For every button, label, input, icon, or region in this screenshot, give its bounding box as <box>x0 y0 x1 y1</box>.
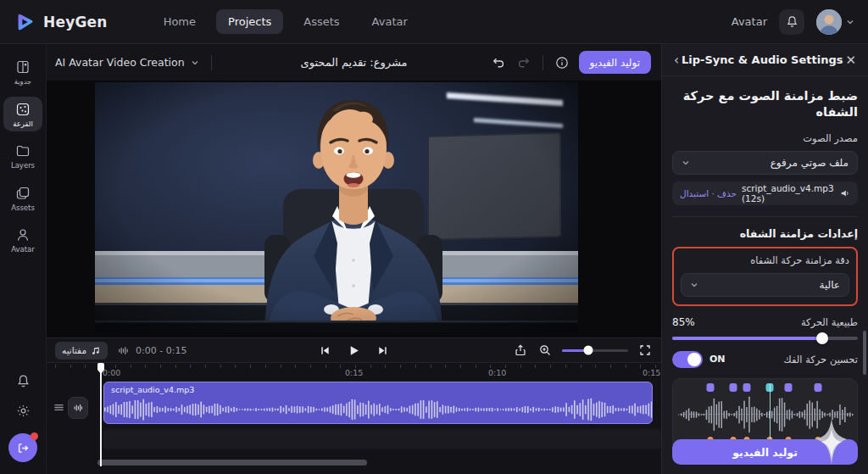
nav-item-assets[interactable]: Assets <box>292 9 351 34</box>
track-menu-icon[interactable] <box>53 402 64 413</box>
audio-source-select[interactable]: ملف صوتي مرفوع <box>672 151 858 175</box>
sidebar-item-label: جدوية <box>14 78 32 86</box>
mode-selector-dropdown[interactable]: AI Avatar Video Creation <box>55 56 199 69</box>
phoneme-marker[interactable] <box>815 383 822 392</box>
sidebar-item-canvas[interactable]: القرعة <box>3 97 42 132</box>
sidebar-item-avatar[interactable]: Avatar <box>3 222 42 258</box>
editor-toolbar: AI Avatar Video Creation مشروع: تقديم ال… <box>47 44 661 81</box>
brand-name: HeyGen <box>43 14 108 31</box>
chevron-down-icon <box>682 159 690 167</box>
audio-source-value: ملف صوتي مرفوع <box>771 157 849 169</box>
audio-track-type-button[interactable] <box>68 397 88 419</box>
back-chevron-icon[interactable]: ‹ <box>672 53 681 68</box>
left-sidebar: جدوية القرعة Layers <box>0 44 47 474</box>
skip-end-button[interactable] <box>376 343 390 358</box>
jaw-label: تحسين حركة الفك <box>783 354 858 365</box>
info-button[interactable] <box>554 54 570 71</box>
zoom-slider-thumb[interactable] <box>584 346 593 355</box>
generate-video-button[interactable]: توليد الفيديو <box>672 439 858 465</box>
skip-start-button[interactable] <box>318 343 332 358</box>
close-icon[interactable]: ✕ <box>843 53 858 68</box>
folder-icon <box>15 143 31 159</box>
export-button[interactable] <box>8 433 37 462</box>
file-actions-links[interactable]: حذف · استبدال <box>680 188 737 198</box>
ruler-time-label: 0:10 <box>488 368 506 377</box>
notifications-button[interactable] <box>779 9 804 35</box>
naturalness-label: طبيعية الحركة <box>801 316 858 328</box>
sidebar-item-schedule[interactable]: جدوية <box>3 54 42 90</box>
ruler-time-label: 0:15 <box>643 368 660 377</box>
zoom-slider[interactable] <box>562 349 628 352</box>
timeline-ruler[interactable]: 0:000:150:100:15 <box>47 363 661 380</box>
clip-name-label: script_audio_v4.mp3 <box>111 385 194 394</box>
sidebar-item-assets[interactable]: Assets <box>3 181 42 216</box>
sidebar-item-layers[interactable]: Layers <box>3 138 42 174</box>
panel-header: ‹ Lip-Sync & Audio Settings ✕ <box>662 44 868 76</box>
heygen-logo[interactable]: HeyGen <box>14 11 108 33</box>
profile-menu[interactable] <box>816 9 854 35</box>
phoneme-marker[interactable] <box>784 383 792 392</box>
bell-icon[interactable] <box>16 374 31 388</box>
gear-icon[interactable] <box>16 404 31 418</box>
panel-title: Lip-Sync & Audio Settings <box>681 53 843 66</box>
chevron-down-icon <box>690 281 698 289</box>
player-controls: مفتانيه 0:00 - 0:15 <box>47 337 661 363</box>
redo-button[interactable] <box>515 54 532 71</box>
phoneme-marker[interactable] <box>743 383 750 392</box>
naturalness-value: 85% <box>672 316 695 328</box>
notification-dot <box>31 432 38 440</box>
phoneme-marker[interactable] <box>729 383 737 392</box>
panel-scrollbar[interactable] <box>863 331 866 375</box>
naturalness-slider[interactable] <box>672 337 858 340</box>
sidebar-item-label: القرعة <box>13 120 33 128</box>
chevron-down-icon <box>191 59 199 67</box>
slider-thumb[interactable] <box>816 332 828 344</box>
generate-video-button[interactable]: توليد الفيديو <box>579 51 651 74</box>
audio-source-label: مصدر الصوت <box>672 132 858 144</box>
main-area: AI Avatar Video Creation مشروع: تقديم ال… <box>47 44 661 474</box>
avatar <box>816 9 842 35</box>
export-icon <box>17 442 30 454</box>
stacked-squares-icon <box>15 186 31 201</box>
avatar-menu-label[interactable]: Avatar <box>732 15 767 28</box>
audio-file-row: script_audio_v4.mp3 (12s) حذف · استبدال <box>672 181 858 205</box>
nav-item-home[interactable]: Home <box>152 9 208 34</box>
lipsync-settings-panel: ‹ Lip-Sync & Audio Settings ✕ ضبط مزامنة… <box>661 44 868 474</box>
sidebar-item-label: Avatar <box>11 246 35 254</box>
bell-icon <box>786 15 798 28</box>
sync-settings-heading: إعدادات مزامنة الشفاه <box>672 227 858 240</box>
panel-heading: ضبط مزامنة الصوت مع حركة الشفاه <box>672 88 858 120</box>
mode-selector-label: AI Avatar Video Creation <box>55 56 185 69</box>
video-canvas[interactable] <box>47 81 661 337</box>
sidebar-item-label: Layers <box>11 162 35 170</box>
accuracy-label: دقة مزامنة حركة الشفاه <box>681 254 849 266</box>
heygen-logo-icon <box>14 11 36 33</box>
horizontal-scrollbar[interactable] <box>97 460 367 466</box>
main-nav: Home Projects Assets Avatar <box>152 9 420 34</box>
phoneme-marker[interactable] <box>707 383 715 392</box>
accuracy-select[interactable]: عالية <box>681 273 849 297</box>
chevron-down-icon <box>846 18 854 26</box>
empty-track[interactable] <box>103 429 661 449</box>
share-button[interactable] <box>513 343 528 358</box>
undo-button[interactable] <box>490 54 507 71</box>
heygen-app: HeyGen Home Projects Assets Avatar Avata… <box>0 0 868 474</box>
naturalness-row: طبيعية الحركة 85% <box>672 316 858 328</box>
nav-item-avatar[interactable]: Avatar <box>360 9 420 34</box>
accuracy-highlight-box: دقة مزامنة حركة الشفاه عالية <box>672 247 858 306</box>
fullscreen-button[interactable] <box>637 343 653 358</box>
zoom-in-icon[interactable] <box>537 343 553 358</box>
playhead[interactable] <box>100 363 102 466</box>
panel-body: ضبط مزامنة الصوت مع حركة الشفاه مصدر الص… <box>662 76 868 449</box>
layout-panel-icon <box>15 59 31 75</box>
audio-clip[interactable]: script_audio_v4.mp3 <box>103 382 653 424</box>
avatar-video-preview <box>95 82 578 332</box>
accuracy-value: عالية <box>819 279 840 291</box>
audio-file-name: script_audio_v4.mp3 (12s) <box>742 183 835 204</box>
jaw-toggle[interactable] <box>672 351 703 368</box>
toggle-state-label: ON <box>709 354 726 365</box>
ruler-time-label: 0:15 <box>345 368 363 377</box>
nav-item-projects[interactable]: Projects <box>216 9 283 34</box>
person-icon <box>15 227 31 243</box>
play-button[interactable] <box>346 343 362 359</box>
